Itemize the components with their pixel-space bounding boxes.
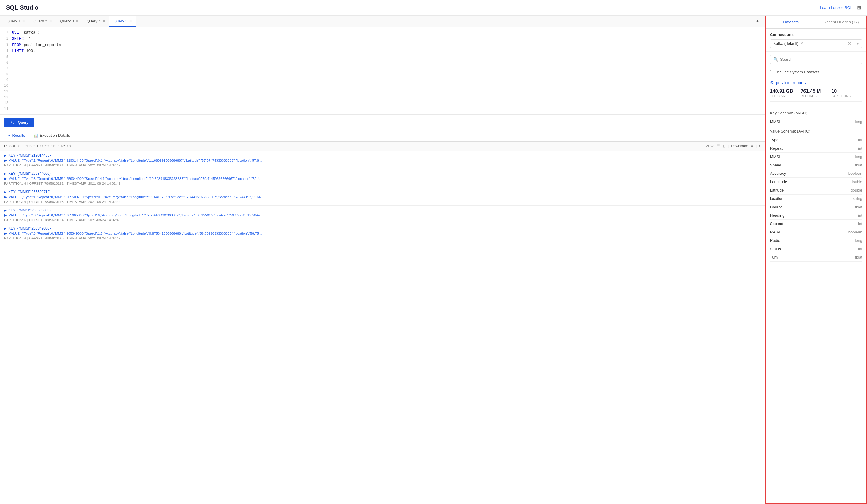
search-input[interactable] bbox=[780, 57, 859, 62]
code-line: 2SELECT * bbox=[0, 36, 765, 42]
field-type: boolean bbox=[848, 171, 862, 176]
tab-close-query4[interactable]: ✕ bbox=[103, 19, 105, 23]
tab-close-query5[interactable]: ✕ bbox=[129, 19, 132, 23]
conn-clear-icon[interactable]: ✕ bbox=[848, 41, 851, 46]
run-query-button[interactable]: Run Query bbox=[4, 118, 34, 127]
layout-icon[interactable]: ⊞ bbox=[857, 5, 861, 10]
tab-execution[interactable]: 📊 Execution Details bbox=[29, 130, 74, 141]
tab-query1[interactable]: Query 1 ✕ bbox=[2, 16, 29, 27]
grid-view-icon[interactable]: ⊞ bbox=[722, 144, 725, 148]
download-icon[interactable]: ⬇ bbox=[750, 144, 753, 148]
connection-tag: Kafka (default) ✕ bbox=[773, 41, 803, 46]
record-value[interactable]: ▶ VALUE: {"Type":3,"Repeat":0,"MMSI":265… bbox=[4, 213, 761, 217]
schema-row: Speedfloat bbox=[770, 161, 862, 169]
record-value[interactable]: ▶ VALUE: {"Type":3,"Repeat":0,"MMSI":259… bbox=[4, 177, 761, 181]
learn-link[interactable]: Learn Lenses SQL bbox=[820, 6, 852, 10]
schema-row: MMSIlong bbox=[770, 153, 862, 161]
field-type: int bbox=[858, 213, 862, 218]
dataset-title[interactable]: ⚙ position_reports bbox=[770, 80, 862, 85]
schema-row: Radiolong bbox=[770, 237, 862, 245]
tab-recent-queries[interactable]: Recent Queries (17) bbox=[816, 16, 866, 29]
field-name: Turn bbox=[770, 255, 778, 260]
add-tab-button[interactable]: + bbox=[752, 15, 762, 27]
tab-close-query1[interactable]: ✕ bbox=[22, 19, 25, 23]
info-icon[interactable]: ℹ bbox=[759, 144, 761, 148]
value-text: VALUE: {"Type":1,"Repeat":0,"MMSI":26550… bbox=[9, 195, 264, 199]
schema-row: Repeatint bbox=[770, 144, 862, 153]
tab-datasets[interactable]: Datasets bbox=[766, 16, 816, 29]
expand-value-icon: ▶ bbox=[4, 177, 7, 181]
schema-row: Accuracyboolean bbox=[770, 169, 862, 178]
key-text: KEY: {"MMSI":219014435} bbox=[8, 153, 51, 157]
record-key[interactable]: ▶ KEY: {"MMSI":259344000} bbox=[4, 172, 761, 176]
tab-query5[interactable]: Query 5 ✕ bbox=[109, 16, 136, 27]
line-number: 14 bbox=[0, 106, 12, 112]
line-content: USE `kafka`; bbox=[12, 30, 40, 36]
field-type: int bbox=[858, 221, 862, 226]
expand-value-icon: ▶ bbox=[4, 195, 7, 199]
record-group: ▶ KEY: {"MMSI":265509710} ▶ VALUE: {"Typ… bbox=[0, 187, 765, 206]
field-name: Radio bbox=[770, 238, 780, 243]
connection-dropdown[interactable]: Kafka (default) ✕ ✕ | ▾ bbox=[770, 39, 862, 48]
line-number: 11 bbox=[0, 89, 12, 95]
record-key[interactable]: ▶ KEY: {"MMSI":265509710} bbox=[4, 190, 761, 194]
code-editor[interactable]: 1USE `kafka`;2SELECT *3FROM position_rep… bbox=[0, 27, 765, 114]
schema-row: Longitudedouble bbox=[770, 178, 862, 186]
line-content: SELECT * bbox=[12, 36, 31, 42]
expand-icon: ▶ bbox=[4, 172, 7, 175]
tab-close-query2[interactable]: ✕ bbox=[49, 19, 52, 23]
field-type: int bbox=[858, 146, 862, 151]
record-key[interactable]: ▶ KEY: {"MMSI":265349000} bbox=[4, 226, 761, 230]
line-number: 10 bbox=[0, 83, 12, 89]
schema-row: Secondint bbox=[770, 220, 862, 228]
line-content: LIMIT 100; bbox=[12, 48, 35, 54]
code-line: 11 bbox=[0, 89, 765, 95]
schema-row: Typeint bbox=[770, 136, 862, 144]
include-system-checkbox[interactable] bbox=[770, 70, 774, 74]
record-meta: PARTITION: 6 | OFFSET: 7885620195 | TIME… bbox=[4, 237, 761, 240]
tab-query2[interactable]: Query 2 ✕ bbox=[29, 16, 56, 27]
tab-results[interactable]: ≡ Results bbox=[4, 130, 29, 141]
conn-chevron-icon[interactable]: ▾ bbox=[857, 41, 859, 46]
schema-row: Latitudedouble bbox=[770, 186, 862, 195]
field-name: RAIM bbox=[770, 230, 780, 234]
chart-icon: 📊 bbox=[34, 133, 38, 138]
code-line: 7 bbox=[0, 66, 765, 72]
connection-tag-close[interactable]: ✕ bbox=[801, 42, 803, 45]
record-value[interactable]: ▶ VALUE: {"Type":1,"Repeat":0,"MMSI":265… bbox=[4, 195, 761, 199]
record-value[interactable]: ▶ VALUE: {"Type":3,"Repeat":0,"MMSI":265… bbox=[4, 231, 761, 235]
line-number: 12 bbox=[0, 95, 12, 101]
header-right: Learn Lenses SQL ⊞ bbox=[820, 5, 861, 10]
record-key[interactable]: ▶ KEY: {"MMSI":265605800} bbox=[4, 208, 761, 212]
schema-section: Key Schema: (AVRO) MMSIlong Value Schema… bbox=[766, 110, 866, 262]
schema-row: Coursefloat bbox=[770, 203, 862, 211]
record-value[interactable]: ▶ VALUE: {"Type":1,"Repeat":0,"MMSI":219… bbox=[4, 158, 761, 163]
field-name: location bbox=[770, 196, 783, 201]
connection-name: Kafka (default) bbox=[773, 41, 799, 46]
tab-query4[interactable]: Query 4 ✕ bbox=[83, 16, 109, 27]
code-line: 1USE `kafka`; bbox=[0, 30, 765, 36]
list-view-icon[interactable]: ☰ bbox=[717, 144, 720, 148]
record-meta: PARTITION: 6 | OFFSET: 7885620192 | TIME… bbox=[4, 182, 761, 185]
view-label: View: bbox=[706, 144, 714, 148]
expand-icon: ▶ bbox=[4, 190, 7, 194]
tab-query3[interactable]: Query 3 ✕ bbox=[56, 16, 83, 27]
key-text: KEY: {"MMSI":259344000} bbox=[8, 172, 51, 176]
status-bar: RESULTS: Fetched 100 records in 139ms Vi… bbox=[0, 142, 765, 151]
stat-partitions: 10 PARTITIONS bbox=[831, 89, 862, 98]
field-type: float bbox=[855, 205, 862, 209]
code-line: 10 bbox=[0, 83, 765, 89]
record-key[interactable]: ▶ KEY: {"MMSI":219014435} bbox=[4, 153, 761, 157]
tab-close-query3[interactable]: ✕ bbox=[76, 19, 78, 23]
field-name: Latitude bbox=[770, 188, 784, 193]
schema-row: Statusint bbox=[770, 245, 862, 253]
field-name: Speed bbox=[770, 163, 781, 167]
dataset-icon: ⚙ bbox=[770, 80, 774, 85]
field-name: Repeat bbox=[770, 146, 782, 151]
line-number: 7 bbox=[0, 66, 12, 72]
search-section: 🔍 bbox=[766, 52, 866, 67]
record-group: ▶ KEY: {"MMSI":265605800} ▶ VALUE: {"Typ… bbox=[0, 206, 765, 224]
status-right: View: ☰ ⊞ | Download: ⬇ | ℹ bbox=[706, 144, 761, 148]
expand-icon: ▶ bbox=[4, 209, 7, 212]
dataset-tabs: Datasets Recent Queries (17) bbox=[766, 16, 866, 29]
